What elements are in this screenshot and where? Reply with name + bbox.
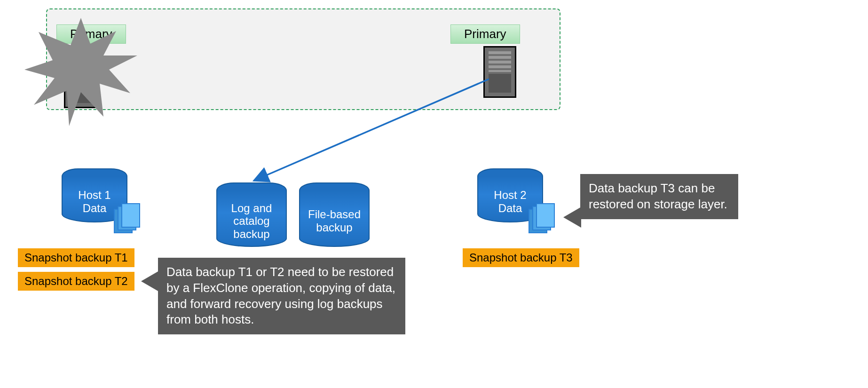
- callout-pointer-right: [563, 207, 581, 228]
- callout-pointer-left: [141, 271, 159, 292]
- cylinder-log-catalog: Log andcatalogbackup: [216, 182, 287, 247]
- cylinder-log-label: Log andcatalogbackup: [228, 199, 276, 247]
- explosion-icon: [24, 18, 137, 126]
- cylinder-file-label: File-basedbackup: [304, 205, 364, 240]
- arrow-primary-to-log: [245, 75, 498, 188]
- callout-right: Data backup T3 can be restored on storag…: [580, 174, 738, 219]
- tag-snapshot-t1: Snapshot backup T1: [18, 248, 134, 267]
- diagram-stage: Primary Primary Host 1Data Log andcat: [0, 0, 868, 388]
- svg-line-1: [254, 79, 489, 181]
- cylinder-file-based: File-basedbackup: [299, 182, 370, 247]
- files-icon-host2: [529, 203, 552, 231]
- tag-snapshot-t3: Snapshot backup T3: [463, 248, 579, 267]
- svg-marker-0: [24, 18, 137, 126]
- primary-label-right: Primary: [450, 24, 520, 44]
- cylinder-host1-label: Host 1Data: [74, 186, 114, 221]
- files-icon-host1: [114, 203, 137, 231]
- tag-snapshot-t2: Snapshot backup T2: [18, 272, 134, 291]
- callout-left: Data backup T1 or T2 need to be restored…: [158, 258, 405, 334]
- cylinder-host2-label: Host 2Data: [490, 186, 530, 221]
